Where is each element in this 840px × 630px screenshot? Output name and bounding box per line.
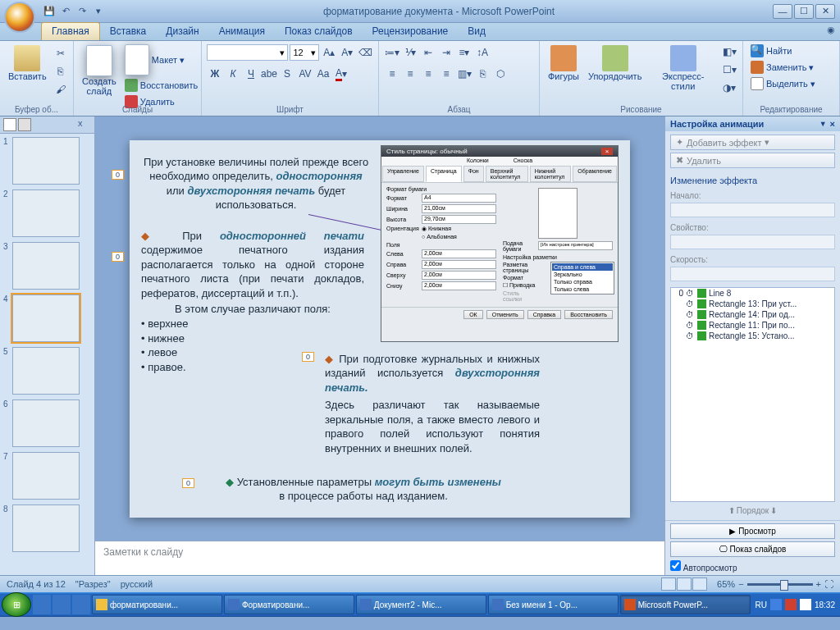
start-button[interactable]: ⊞ — [2, 592, 31, 617]
select-button[interactable]: Выделить ▾ — [748, 76, 834, 91]
format-painter-icon[interactable]: 🖌 — [52, 81, 69, 98]
decrease-font-icon[interactable]: A▾ — [339, 44, 355, 61]
move-down-icon[interactable]: ⬇ — [770, 506, 777, 515]
indent-inc-icon[interactable]: ⇥ — [438, 44, 454, 61]
qat-save-icon[interactable]: 💾 — [43, 5, 56, 18]
increase-font-icon[interactable]: A▴ — [321, 44, 337, 61]
delete-effect-button[interactable]: ✖Удалить — [670, 153, 835, 168]
tab-insert[interactable]: Вставка — [100, 23, 157, 40]
qat-undo-icon[interactable]: ↶ — [59, 5, 72, 18]
tab-animation[interactable]: Анимация — [209, 23, 275, 40]
cut-icon[interactable]: ✂ — [52, 45, 69, 62]
case-icon[interactable]: Aa — [315, 66, 331, 82]
numbering-icon[interactable]: ⅟▾ — [402, 44, 418, 61]
qat-dropdown-icon[interactable]: ▾ — [92, 5, 105, 18]
tab-home[interactable]: Главная — [41, 22, 100, 40]
anim-pane-close-icon[interactable]: × — [830, 119, 835, 129]
slide-thumbnail[interactable] — [12, 399, 80, 447]
anim-list-item[interactable]: ⏱Rectangle 15: Устано... — [671, 331, 834, 341]
spacing-icon[interactable]: AV — [297, 66, 313, 82]
tab-review[interactable]: Рецензирование — [363, 23, 459, 40]
italic-icon[interactable]: К — [225, 66, 241, 82]
slide-text-block[interactable]: При установке величины полей прежде всег… — [141, 155, 371, 212]
anim-tag[interactable]: 0 — [112, 252, 124, 262]
slide-canvas[interactable]: 0 0 0 0 При установке величины полей пре… — [130, 140, 630, 518]
ql-player-icon[interactable] — [52, 595, 71, 614]
clock[interactable]: 18:32 — [815, 600, 835, 609]
text-direction-icon[interactable]: ↕A — [474, 44, 491, 61]
language-indicator[interactable]: русский — [121, 579, 153, 589]
align-center-icon[interactable]: ≡ — [402, 66, 418, 82]
notes-pane[interactable]: Заметки к слайду — [95, 541, 664, 575]
align-left-icon[interactable]: ≡ — [384, 66, 400, 82]
anim-tag[interactable]: 0 — [112, 170, 124, 180]
move-up-icon[interactable]: ⬆ — [728, 506, 735, 515]
shape-fill-icon[interactable]: ◧▾ — [721, 43, 737, 60]
autopreview-checkbox[interactable] — [670, 560, 681, 571]
anim-list-item[interactable]: 0⏱Line 8 — [671, 288, 834, 299]
shape-outline-icon[interactable]: ☐▾ — [721, 62, 737, 78]
slide-thumbnail[interactable] — [12, 242, 80, 290]
taskbar-item[interactable]: Документ2 - Mic... — [356, 595, 486, 614]
slide-thumbnail[interactable] — [12, 347, 80, 395]
align-justify-icon[interactable]: ≡ — [438, 66, 454, 82]
zoom-slider[interactable] — [747, 583, 813, 586]
paste-button[interactable]: Вставить — [5, 43, 50, 83]
replace-button[interactable]: Заменить ▾ — [748, 60, 834, 75]
anim-effects-list[interactable]: 0⏱Line 8⏱Rectangle 13: При уст...⏱Rectan… — [670, 287, 835, 502]
arrange-button[interactable]: Упорядочить — [585, 43, 645, 83]
view-normal-icon[interactable] — [661, 578, 676, 591]
outline-slides-tab-icon[interactable] — [3, 118, 16, 131]
lang-indicator[interactable]: RU — [756, 600, 767, 609]
close-button[interactable]: ✕ — [815, 4, 835, 19]
add-effect-button[interactable]: ✦Добавить эффект ▾ — [670, 135, 835, 150]
find-button[interactable]: 🔍Найти — [748, 43, 834, 58]
office-button[interactable] — [4, 2, 35, 33]
anim-pane-menu-icon[interactable]: ▼ — [819, 120, 827, 128]
slide-thumbnail[interactable] — [12, 504, 80, 552]
property-select[interactable] — [670, 235, 835, 249]
minimize-button[interactable]: — — [773, 4, 792, 19]
anim-list-item[interactable]: ⏱Rectangle 13: При уст... — [671, 299, 834, 309]
zoom-level[interactable]: 65% — [717, 579, 735, 589]
outline-close-button[interactable]: x — [78, 118, 91, 131]
align-right-icon[interactable]: ≡ — [420, 66, 436, 82]
underline-icon[interactable]: Ч — [243, 66, 259, 82]
taskbar-item[interactable]: Форматировани... — [224, 595, 354, 614]
anim-tag[interactable]: 0 — [302, 352, 314, 362]
smartart-icon[interactable]: ⬡ — [492, 66, 509, 82]
shadow-icon[interactable]: S — [279, 66, 295, 82]
maximize-button[interactable]: ☐ — [794, 4, 814, 19]
slide-thumbnail[interactable] — [12, 137, 80, 185]
copy-icon[interactable]: ⎘ — [52, 63, 69, 80]
slide-thumbnail[interactable] — [12, 294, 80, 342]
strike-icon[interactable]: abe — [261, 66, 277, 82]
ql-desktop-icon[interactable] — [72, 595, 90, 614]
font-name-combo[interactable]: ▾ — [207, 44, 288, 61]
clear-format-icon[interactable]: ⌫ — [357, 44, 373, 61]
taskbar-item[interactable]: Без имени 1 - Op... — [488, 595, 619, 614]
bullets-icon[interactable]: ≔▾ — [384, 44, 400, 61]
view-slideshow-icon[interactable] — [692, 578, 707, 591]
zoom-fit-icon[interactable]: ⛶ — [824, 579, 833, 589]
tab-view[interactable]: Вид — [458, 23, 495, 40]
tray-icon[interactable] — [785, 599, 797, 610]
anim-list-item[interactable]: ⏱Rectangle 11: При по... — [671, 320, 834, 331]
taskbar-item[interactable]: форматировани... — [92, 595, 222, 614]
help-icon[interactable]: ◉ — [827, 25, 835, 35]
ql-ie-icon[interactable] — [33, 595, 51, 614]
tray-icon[interactable] — [770, 599, 782, 610]
reset-button[interactable]: Восстановить — [122, 78, 200, 93]
new-slide-button[interactable]: Создать слайд — [79, 43, 120, 98]
zoom-in-icon[interactable]: + — [816, 579, 821, 589]
zoom-out-icon[interactable]: − — [738, 579, 743, 589]
bold-icon[interactable]: Ж — [207, 66, 223, 82]
quick-styles-button[interactable]: Экспресс-стили — [647, 43, 719, 93]
qat-redo-icon[interactable]: ↷ — [75, 5, 89, 18]
font-color-icon[interactable]: A▾ — [333, 66, 349, 82]
view-sorter-icon[interactable] — [677, 578, 692, 591]
columns-icon[interactable]: ▥▾ — [456, 66, 472, 82]
outline-outline-tab-icon[interactable] — [18, 118, 31, 131]
start-select[interactable] — [670, 203, 835, 217]
tab-slideshow[interactable]: Показ слайдов — [275, 23, 363, 40]
